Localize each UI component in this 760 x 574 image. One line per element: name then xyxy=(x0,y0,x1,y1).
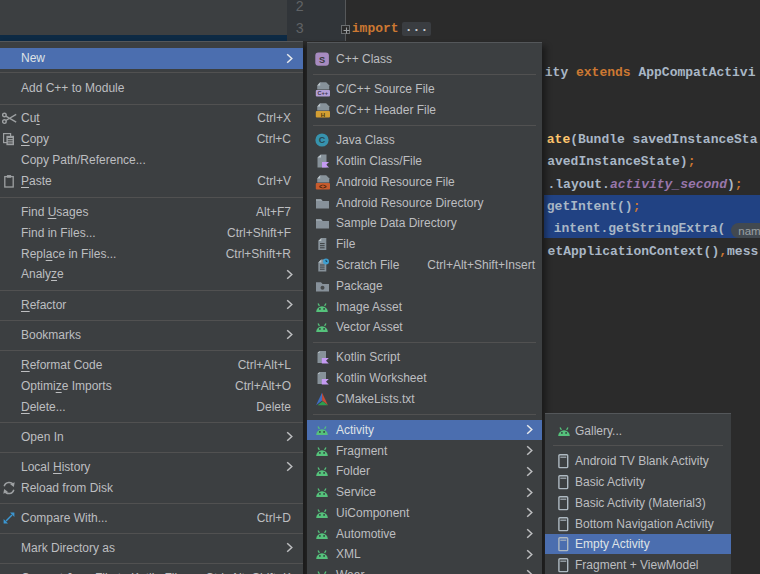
svg-text:<>: <> xyxy=(319,182,327,189)
svg-text:C++: C++ xyxy=(318,91,329,97)
svg-text:H: H xyxy=(321,112,325,118)
svg-text:C: C xyxy=(319,136,326,146)
svg-text:S: S xyxy=(319,55,325,65)
